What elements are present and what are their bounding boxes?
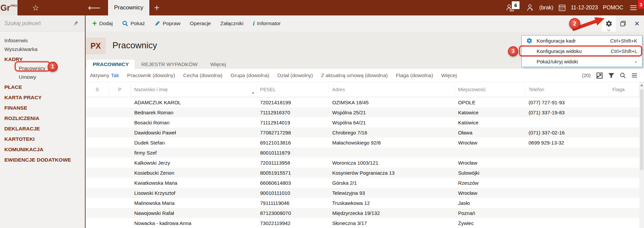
- main-menu-icon[interactable]: [630, 5, 637, 10]
- table-row-kosiebucki-zenon[interactable]: Kosiebucki Zenon80051915571Kosynierów Po…: [86, 168, 644, 178]
- cell-pesel: 66060614803: [257, 180, 329, 186]
- tab-rejestr-wypadkow[interactable]: REJESTR WYPADKÓW: [139, 60, 200, 69]
- sidebar-item-umowy[interactable]: Umowy: [0, 73, 85, 81]
- cell-pesel: 71112914019: [257, 120, 329, 125]
- command-search-input[interactable]: Szukaj poleceń: [0, 15, 85, 32]
- cell-nazwisko-i-imię: firmy Szef: [131, 150, 257, 156]
- sidebar-item-karta-pracy[interactable]: KARTA PRACY: [0, 93, 85, 102]
- table-row-nawojowski-rafał[interactable]: Nawojowski Rafał87123008070Międzyrzecka …: [86, 208, 644, 218]
- filter-więcej[interactable]: Więcej: [441, 72, 457, 78]
- toolbar-button-operacje[interactable]: Operacje: [187, 19, 214, 28]
- column-header-flaga[interactable]: Flaga: [609, 85, 639, 94]
- window-tab-pracownicy[interactable]: Pracownicy: [108, 0, 149, 15]
- scroll-up-arrow-icon[interactable]: [640, 84, 643, 86]
- cell-pesel: 77082717298: [257, 130, 329, 135]
- cell-telefon: (071) 337-02-16: [525, 130, 609, 135]
- magnifier-icon: [122, 20, 128, 26]
- table-row-adamczuk-karol[interactable]: ADAMCZUK KAROL72021418199OZIMSKA 18/45OP…: [86, 97, 644, 107]
- pen-icon: [154, 20, 160, 26]
- submenu-arrow-icon: ›: [635, 59, 642, 64]
- current-user-label[interactable]: (brak): [539, 5, 553, 11]
- calendar-icon[interactable]: [558, 4, 566, 11]
- cell-pesel: 72031113958: [257, 160, 329, 166]
- table-row-kwiatkowska-maria[interactable]: Kwiatkowska Maria66060614803Górska 2/1Rz…: [86, 178, 644, 188]
- toolbar: +DodajPokażPoprawOperacjeZałącznikiiInfo…: [86, 15, 644, 32]
- cell-pesel: 69121013816: [257, 140, 329, 146]
- table-row-kalkowski-jerzy[interactable]: Kalkowski Jerzy72031113958Woronicza 1003…: [86, 158, 644, 168]
- sidebar-item-ewidencje-dodatkowe[interactable]: EWIDENCJE DODATKOWE: [0, 155, 85, 165]
- tab-pracownicy[interactable]: PRACOWNICY: [87, 60, 135, 69]
- cell-pesel: 90010111010: [257, 190, 329, 196]
- cell-pesel: 73022119942: [257, 220, 329, 226]
- help-button[interactable]: POMOC: [603, 5, 623, 11]
- filter-grupa-dowolna[interactable]: Grupa (dowolna): [231, 72, 269, 78]
- filter-funnel-icon[interactable]: [608, 73, 614, 78]
- toolbar-button-załączniki[interactable]: Załączniki: [217, 19, 247, 28]
- tab-more[interactable]: Więcej: [208, 60, 228, 69]
- app-logo[interactable]: GrPRO: [0, 0, 17, 15]
- cell-nazwisko-i-imię: Bosacki Roman: [131, 120, 257, 125]
- employee-count-badge: 6: [511, 1, 520, 9]
- cell-miejscowość: Wrocław: [455, 160, 525, 166]
- toolbar-button-informator[interactable]: iInformator: [249, 18, 284, 29]
- cell-adres: Małachowskiego 92/8: [329, 140, 455, 146]
- back-arrow-icon[interactable]: ⟵: [88, 0, 100, 15]
- filter-pracownik-dowolny[interactable]: Pracownik (dowolny): [127, 72, 175, 78]
- current-user-icon[interactable]: [526, 4, 534, 12]
- table-header[interactable]: SPNazwisko i imię▲PESELAdresMiejscowośćT…: [86, 82, 644, 97]
- restore-window-button[interactable]: [616, 15, 630, 32]
- toolbar-label-załączniki: Załączniki: [220, 20, 244, 26]
- sidebar-item-deklaracje[interactable]: DEKLARACJE: [0, 124, 85, 133]
- vertical-scrollbar[interactable]: [639, 82, 644, 228]
- sidebar-item-finanse[interactable]: FINANSE: [0, 103, 85, 113]
- column-header-adres[interactable]: Adres: [329, 85, 455, 94]
- menu-item-pokaż-ukryj-widoki[interactable]: Pokaż/ukryj widoki›: [522, 56, 642, 67]
- table-row-malinowska-maria[interactable]: Malinowska Maria79111119046Truskawkowa 1…: [86, 198, 644, 208]
- toolbar-button-popraw[interactable]: Popraw: [151, 19, 184, 28]
- filter-dział-dowolny[interactable]: Dział (dowolny): [277, 72, 313, 78]
- sidebar-item-komunikacja[interactable]: KOMUNIKACJA: [0, 145, 85, 154]
- filter-flaga-dowolna[interactable]: Flaga (dowolna): [396, 72, 433, 78]
- table-row-dudek-stefan[interactable]: Dudek Stefan69121013816Małachowskiego 92…: [86, 137, 644, 148]
- sidebar: Szukaj poleceń InfoserwisWyszukiwarkaKAD…: [0, 15, 85, 228]
- current-date[interactable]: 11-12-2023: [571, 5, 598, 11]
- filter-cecha-dowolna[interactable]: Cecha (dowolna): [183, 72, 222, 78]
- favorites-star-icon[interactable]: ☆: [32, 0, 39, 15]
- sidebar-item-kartoteki[interactable]: KARTOTEKI: [0, 134, 85, 144]
- sidebar-item-wyszukiwarka[interactable]: Wyszukiwarka: [0, 45, 85, 54]
- cell-adres: Chrobrego 7/16: [329, 130, 455, 135]
- search-icon[interactable]: [620, 72, 626, 78]
- column-header-s[interactable]: S: [86, 85, 109, 94]
- module-badge: PX: [86, 38, 106, 54]
- table-row-nowacka-kadrowa-anna[interactable]: Nowacka - kadrowa Anna73022119942Słonecz…: [86, 218, 644, 228]
- payroll-user-button[interactable]: 6: [506, 0, 521, 15]
- column-header-pesel[interactable]: PESEL: [257, 85, 329, 94]
- close-icon[interactable]: ✕: [630, 15, 644, 32]
- toolbar-button-dodaj[interactable]: +Dodaj: [89, 19, 116, 28]
- menu-item-konfiguracja-kadr[interactable]: Konfiguracja kadrCtrl+Shift+K: [522, 36, 642, 46]
- table-row-bednarek-roman[interactable]: Bednarek Roman71112916370Wspólna 25/21Ka…: [86, 107, 644, 117]
- table-row-firmy-szef[interactable]: firmy Szef80010111879: [86, 148, 644, 158]
- sidebar-item-infoserwis[interactable]: Infoserwis: [0, 36, 85, 45]
- sidebar-item-rozliczenia[interactable]: ROZLICZENIA: [0, 114, 85, 123]
- filter-z-aktualną-umową-dowolna[interactable]: Z aktualną umową (dowolna): [321, 72, 388, 78]
- top-bar: GrPRO ☆ ⟵ Pracownicy + 6 (brak) 11-12-20…: [0, 0, 644, 15]
- toolbar-label-informator: Informator: [257, 20, 281, 26]
- new-tab-button[interactable]: +: [154, 0, 159, 15]
- export-icon[interactable]: [596, 72, 603, 79]
- table-row-lisowski-krzysztof[interactable]: Lisowski Krzysztof90010111010Telewizyjna…: [86, 188, 644, 198]
- table-row-bosacki-roman[interactable]: Bosacki Roman71112914019Wspólna 64/21Kat…: [86, 117, 644, 127]
- column-header-miejscowość[interactable]: Miejscowość: [455, 85, 525, 94]
- list-options-icon[interactable]: [632, 73, 637, 78]
- toolbar-button-pokaż[interactable]: Pokaż: [119, 19, 148, 28]
- filter-aktywny[interactable]: AktywnyTak: [90, 72, 119, 78]
- column-header-telefon[interactable]: Telefon: [525, 85, 609, 94]
- sidebar-item-płace[interactable]: PŁACE: [0, 82, 85, 92]
- scrollbar-thumb[interactable]: [640, 90, 643, 170]
- column-header-nazwisko-i-imię[interactable]: Nazwisko i imię▲: [131, 85, 257, 94]
- table-row-dawidowski-paweł[interactable]: Dawidowski Paweł77082717298Chrobrego 7/1…: [86, 127, 644, 137]
- pin-icon[interactable]: [73, 20, 79, 26]
- column-header-p[interactable]: P: [109, 85, 131, 94]
- cell-miejscowość: Jasło: [455, 200, 525, 206]
- cell-nazwisko-i-imię: Nowacka - kadrowa Anna: [131, 220, 257, 226]
